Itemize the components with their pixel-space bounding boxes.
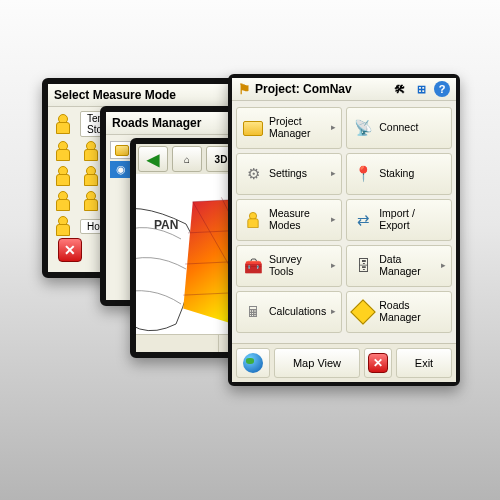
roads-icon <box>352 301 374 323</box>
menu-project-manager[interactable]: Project Manager ▸ <box>236 107 342 149</box>
globe-icon <box>243 353 263 373</box>
menu-survey-tools[interactable]: 🧰 Survey Tools ▸ <box>236 245 342 287</box>
chevron-right-icon: ▸ <box>331 169 336 179</box>
menu-label: Survey Tools <box>269 254 326 277</box>
menu-settings[interactable]: ⚙ Settings ▸ <box>236 153 342 195</box>
windows-icon[interactable]: ⊞ <box>412 81 430 97</box>
menu-label: Roads Manager <box>379 300 446 323</box>
menu-label: Calculations <box>269 306 326 318</box>
3d-label: 3D <box>215 154 228 165</box>
person-icon <box>80 140 102 162</box>
tools-icon[interactable]: 🛠 <box>390 81 408 97</box>
close-button[interactable]: ✕ <box>58 238 82 262</box>
back-arrow-icon: ◀ <box>147 150 159 169</box>
menu-roads-manager[interactable]: Roads Manager <box>346 291 452 333</box>
menu-connect[interactable]: 📡 Connect <box>346 107 452 149</box>
connect-icon: 📡 <box>352 117 374 139</box>
menu-label: Settings <box>269 168 307 180</box>
folder-icon <box>242 117 264 139</box>
person-icon <box>80 165 102 187</box>
person-icon <box>52 140 74 162</box>
person-icon <box>52 113 74 135</box>
person-icon <box>80 190 102 212</box>
calculator-icon: 🖩 <box>242 301 264 323</box>
folder-icon <box>115 145 129 156</box>
blank-cell <box>136 335 219 352</box>
window-title: Roads Manager <box>112 116 201 130</box>
menu-data-manager[interactable]: 🗄 Data Manager ▸ <box>346 245 452 287</box>
staking-icon: 📍 <box>352 163 374 185</box>
person-icon <box>242 209 264 231</box>
gear-icon: ⚙ <box>242 163 264 185</box>
button-label: Map View <box>293 357 341 369</box>
window-title: Project: ComNav <box>255 82 352 96</box>
button-label: Exit <box>415 357 433 369</box>
person-icon <box>52 190 74 212</box>
flag-icon: ⚑ <box>238 81 251 97</box>
menu-import-export[interactable]: ⇄ Import / Export <box>346 199 452 241</box>
bullet-icon: ◉ <box>116 163 126 176</box>
back-button[interactable]: ◀ <box>138 146 168 172</box>
close-button[interactable]: ✕ <box>364 348 392 378</box>
close-icon: ✕ <box>368 353 388 373</box>
database-icon: 🗄 <box>352 255 374 277</box>
bottom-bar: Map View ✕ Exit <box>232 343 456 382</box>
menu-measure-modes[interactable]: Measure Modes ▸ <box>236 199 342 241</box>
menu-label: Project Manager <box>269 116 326 139</box>
menu-label: Connect <box>379 122 418 134</box>
toolbox-icon: 🧰 <box>242 255 264 277</box>
chevron-right-icon: ▸ <box>331 307 336 317</box>
home-button[interactable]: ⌂ <box>172 146 202 172</box>
titlebar: ⚑ Project: ComNav 🛠 ⊞ ? <box>232 78 456 101</box>
window-project-comnav: ⚑ Project: ComNav 🛠 ⊞ ? Project Manager … <box>228 74 460 386</box>
window-title: Select Measure Mode <box>54 88 176 102</box>
exit-button[interactable]: Exit <box>396 348 452 378</box>
globe-button[interactable] <box>236 348 270 378</box>
map-view-button[interactable]: Map View <box>274 348 360 378</box>
menu-label: Import / Export <box>379 208 446 231</box>
import-export-icon: ⇄ <box>352 209 374 231</box>
menu-label: Measure Modes <box>269 208 326 231</box>
chevron-right-icon: ▸ <box>331 261 336 271</box>
chevron-right-icon: ▸ <box>331 123 336 133</box>
chevron-right-icon: ▸ <box>441 261 446 271</box>
main-menu-grid: Project Manager ▸ 📡 Connect ⚙ Settings ▸… <box>232 101 456 343</box>
menu-staking[interactable]: 📍 Staking <box>346 153 452 195</box>
person-icon <box>52 165 74 187</box>
help-icon[interactable]: ? <box>434 81 450 97</box>
menu-label: Data Manager <box>379 254 436 277</box>
menu-label: Staking <box>379 168 414 180</box>
chevron-right-icon: ▸ <box>331 215 336 225</box>
menu-calculations[interactable]: 🖩 Calculations ▸ <box>236 291 342 333</box>
person-icon <box>52 215 74 237</box>
